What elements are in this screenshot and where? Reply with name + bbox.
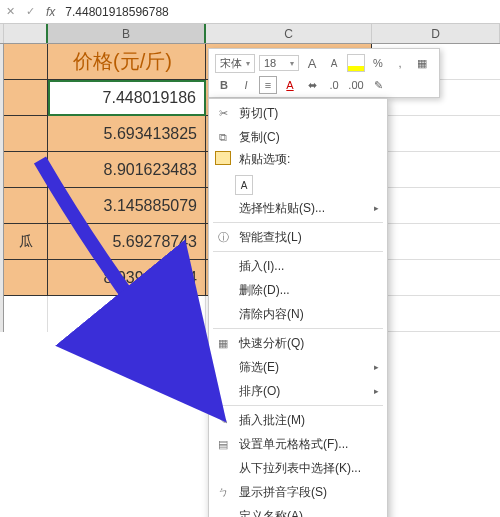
fx-icon[interactable]: fx: [46, 5, 55, 19]
menu-paste-options: 粘贴选项: A: [209, 149, 387, 196]
cell[interactable]: [4, 188, 48, 224]
menu-label: 显示拼音字段(S): [239, 484, 327, 501]
menu-label: 剪切(T): [239, 105, 278, 122]
menu-copy[interactable]: ⧉复制(C): [209, 125, 387, 149]
menu-sort[interactable]: 排序(O): [209, 379, 387, 403]
menu-label: 删除(D)...: [239, 282, 290, 299]
cell[interactable]: [372, 188, 500, 224]
menu-label: 清除内容(N): [239, 306, 304, 323]
menu-separator: [213, 405, 383, 406]
cell[interactable]: [4, 80, 48, 116]
lookup-icon: ⓘ: [215, 229, 231, 245]
cell[interactable]: [48, 296, 206, 332]
menu-clear[interactable]: 清除内容(N): [209, 302, 387, 326]
dec-decimal-icon[interactable]: .0: [325, 76, 343, 94]
pinyin-icon: ㄅ: [215, 484, 231, 500]
menu-insert-comment[interactable]: ✎插入批注(M): [209, 408, 387, 432]
chevron-down-icon: ▾: [246, 59, 250, 68]
cell[interactable]: 3.145885079: [48, 188, 206, 224]
format-painter-icon[interactable]: ✎: [369, 76, 387, 94]
col-header-c[interactable]: C: [206, 24, 372, 43]
menu-label: 选择性粘贴(S)...: [239, 200, 325, 217]
bold-icon[interactable]: B: [215, 76, 233, 94]
menu-cut[interactable]: ✂剪切(T): [209, 101, 387, 125]
formula-confirm-icon[interactable]: ✓: [20, 5, 40, 18]
percent-icon[interactable]: %: [369, 54, 387, 72]
col-header-a[interactable]: [4, 24, 48, 43]
cell[interactable]: [4, 296, 48, 332]
cell[interactable]: 8.939629854: [48, 260, 206, 296]
fill-color-icon[interactable]: [347, 54, 365, 72]
mini-toolbar: 宋体▾ 18▾ A A % , ▦ B I ≡ A ⬌ .0 .00 ✎: [208, 48, 440, 98]
font-size: 18: [264, 57, 276, 69]
cell[interactable]: [372, 116, 500, 152]
cell[interactable]: [4, 116, 48, 152]
format-icon: ▤: [215, 436, 231, 452]
chevron-down-icon: ▾: [290, 59, 294, 68]
menu-label: 复制(C): [239, 129, 280, 146]
cell[interactable]: [372, 260, 500, 296]
menu-label: 快速分析(Q): [239, 335, 304, 352]
menu-separator: [213, 222, 383, 223]
cell[interactable]: 瓜: [4, 224, 48, 260]
paste-option-a[interactable]: A: [235, 175, 253, 195]
menu-label: 插入(I)...: [239, 258, 284, 275]
menu-label: 定义名称(A)...: [239, 508, 313, 518]
column-headers: B C D: [0, 24, 500, 44]
comment-icon: ✎: [215, 412, 231, 428]
cell[interactable]: 8.901623483: [48, 152, 206, 188]
cell[interactable]: [4, 152, 48, 188]
copy-icon: ⧉: [215, 129, 231, 145]
scissors-icon: ✂: [215, 105, 231, 121]
menu-dropdown-select[interactable]: 从下拉列表中选择(K)...: [209, 456, 387, 480]
menu-paste-special[interactable]: 选择性粘贴(S)...: [209, 196, 387, 220]
cell[interactable]: 5.693413825: [48, 116, 206, 152]
formula-cancel-icon[interactable]: ✕: [0, 5, 20, 18]
dec-font-icon[interactable]: A: [325, 54, 343, 72]
merge-icon[interactable]: ⬌: [303, 76, 321, 94]
menu-insert[interactable]: 插入(I)...: [209, 254, 387, 278]
comma-icon[interactable]: ,: [391, 54, 409, 72]
menu-quick-analysis[interactable]: ▦快速分析(Q): [209, 331, 387, 355]
cell[interactable]: [372, 152, 500, 188]
menu-delete[interactable]: 删除(D)...: [209, 278, 387, 302]
col-header-b[interactable]: B: [48, 24, 206, 43]
context-menu: ✂剪切(T) ⧉复制(C) 粘贴选项: A 选择性粘贴(S)... ⓘ智能查找(…: [208, 98, 388, 517]
cell[interactable]: 5.69278743: [48, 224, 206, 260]
menu-smart-lookup[interactable]: ⓘ智能查找(L): [209, 225, 387, 249]
cell[interactable]: 价格(元/斤): [48, 44, 206, 80]
borders-icon[interactable]: ▦: [413, 54, 431, 72]
menu-label: 从下拉列表中选择(K)...: [239, 460, 361, 477]
menu-filter[interactable]: 筛选(E): [209, 355, 387, 379]
menu-separator: [213, 328, 383, 329]
menu-label: 智能查找(L): [239, 229, 302, 246]
active-cell[interactable]: 7.448019186: [48, 80, 206, 116]
menu-separator: [213, 251, 383, 252]
inc-font-icon[interactable]: A: [303, 54, 321, 72]
cell[interactable]: [372, 224, 500, 260]
formula-value[interactable]: 7.44801918596788: [61, 5, 500, 19]
font-size-select[interactable]: 18▾: [259, 55, 299, 71]
font-name: 宋体: [220, 56, 242, 71]
menu-label: 粘贴选项:: [239, 152, 290, 166]
menu-define-name[interactable]: 定义名称(A)...: [209, 504, 387, 517]
menu-label: 设置单元格格式(F)...: [239, 436, 348, 453]
inc-decimal-icon[interactable]: .00: [347, 76, 365, 94]
font-color-icon[interactable]: A: [281, 76, 299, 94]
cell[interactable]: [372, 296, 500, 332]
align-icon[interactable]: ≡: [259, 76, 277, 94]
formula-bar: ✕ ✓ fx 7.44801918596788: [0, 0, 500, 24]
quick-analysis-icon: ▦: [215, 335, 231, 351]
italic-icon[interactable]: I: [237, 76, 255, 94]
menu-label: 筛选(E): [239, 359, 279, 376]
menu-pinyin[interactable]: ㄅ显示拼音字段(S): [209, 480, 387, 504]
col-header-d[interactable]: D: [372, 24, 500, 43]
menu-label: 插入批注(M): [239, 412, 305, 429]
cell[interactable]: [4, 260, 48, 296]
menu-format-cells[interactable]: ▤设置单元格格式(F)...: [209, 432, 387, 456]
clipboard-icon: [215, 151, 231, 165]
font-select[interactable]: 宋体▾: [215, 54, 255, 73]
menu-label: 排序(O): [239, 383, 280, 400]
cell[interactable]: [4, 44, 48, 80]
